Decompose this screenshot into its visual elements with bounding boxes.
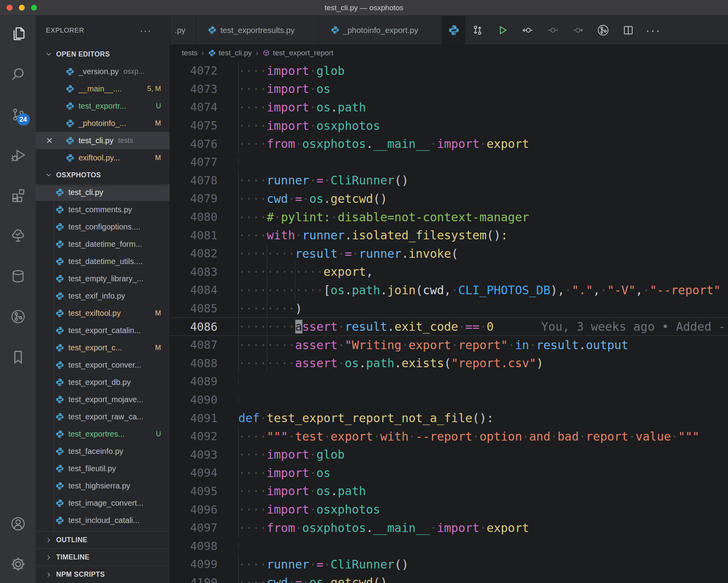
line-number[interactable]: 4074 (170, 100, 218, 114)
tree-file-item[interactable]: test_highsierra.py (36, 477, 170, 494)
code-line[interactable]: 4085········) (170, 299, 728, 318)
open-changes-button[interactable] (469, 22, 486, 39)
tree-file-item[interactable]: test_fileutil.py (36, 460, 170, 477)
open-editor-item[interactable]: exiftool.py...M (36, 149, 170, 166)
editor-tab[interactable]: .py (170, 16, 196, 44)
outline-section-header[interactable]: OUTLINE (36, 531, 170, 548)
line-number[interactable]: 4096 (170, 503, 218, 516)
line-number[interactable]: 4088 (170, 357, 218, 370)
code-line[interactable]: 4083············export, (170, 263, 728, 281)
python-language-tab[interactable] (442, 16, 466, 44)
project-section-header[interactable]: OSXPHOTOS (36, 166, 170, 184)
breadcrumb-item[interactable]: test_export_report (262, 49, 333, 57)
tree-file-item[interactable]: test_image_convert... (36, 494, 170, 512)
tree-file-item[interactable]: test_export_conver... (36, 356, 170, 373)
editor-tab[interactable]: _photoinfo_export.py (319, 16, 442, 44)
open-editor-item[interactable]: test_exportr...U (36, 97, 170, 115)
tree-file-item[interactable]: test_export_catalin... (36, 322, 170, 339)
code-line[interactable]: 4084············[os.path.join(cwd,·CLI_P… (170, 281, 728, 299)
line-number[interactable]: 4094 (170, 466, 218, 479)
line-number[interactable]: 4080 (170, 210, 218, 224)
timeline-section-header[interactable]: TIMELINE (36, 548, 170, 566)
code-line[interactable]: 4077 (170, 153, 728, 171)
tree-file-item[interactable]: test_datetime_utils.... (36, 253, 170, 270)
line-number[interactable]: 4083 (170, 265, 218, 279)
line-number[interactable]: 4081 (170, 229, 218, 242)
activity-run-debug-button[interactable] (9, 146, 27, 164)
accounts-button[interactable] (9, 514, 27, 533)
line-number[interactable]: 4099 (170, 557, 218, 571)
split-editor-button[interactable] (620, 22, 637, 39)
line-number[interactable]: 4073 (170, 82, 218, 96)
code-line[interactable]: 4098 (170, 537, 728, 555)
code-line[interactable]: 4080····#·pylint:·disable=not-context-ma… (170, 208, 728, 226)
tree-file-item[interactable]: test_empty_library_... (36, 270, 170, 287)
line-number[interactable]: 4090 (170, 393, 218, 406)
code-line[interactable]: 4090 (170, 391, 728, 409)
manage-button[interactable] (9, 555, 27, 574)
code-line[interactable]: 4082········result·=·runner.invoke( (170, 244, 728, 263)
line-number[interactable]: 4085 (170, 302, 218, 315)
code-line[interactable]: 4081····with·runner.isolated_filesystem(… (170, 226, 728, 244)
tree-file-item[interactable]: test_exiftool.pyM (36, 304, 170, 322)
code-line[interactable]: 4092····"""·test·export·with·--report·op… (170, 427, 728, 446)
activity-database-button[interactable] (9, 267, 27, 286)
code-line[interactable]: 4089 (170, 372, 728, 391)
tree-file-item[interactable]: test_incloud_catali... (36, 512, 170, 529)
open-editors-section-header[interactable]: OPEN EDITORS (36, 46, 170, 63)
line-number[interactable]: 4087 (170, 338, 218, 352)
code-line[interactable]: 4088········assert·os.path.exists("repor… (170, 354, 728, 373)
line-number[interactable]: 4086 (170, 320, 218, 333)
code-line[interactable]: 4072····import·glob (170, 62, 728, 80)
code-line[interactable]: 4075····import·osxphotos (170, 117, 728, 135)
next-change-button[interactable] (569, 22, 587, 39)
open-editor-item[interactable]: _photoinfo_...M (36, 115, 170, 132)
code-line[interactable]: 4079····cwd·=·os.getcwd() (170, 189, 728, 208)
activity-testing-button[interactable] (9, 226, 27, 245)
line-number[interactable]: 4078 (170, 174, 218, 187)
run-python-file-button[interactable] (494, 22, 511, 39)
tree-file-item[interactable]: test_configoptions.... (36, 218, 170, 235)
tree-file-item[interactable]: test_export_c...M (36, 339, 170, 356)
tree-file-item[interactable]: test_exportres...U (36, 425, 170, 443)
activity-search-button[interactable] (9, 65, 27, 84)
line-number[interactable]: 4072 (170, 64, 218, 77)
line-number[interactable]: 4092 (170, 430, 218, 443)
line-number[interactable]: 4098 (170, 539, 218, 553)
line-number[interactable]: 4079 (170, 192, 218, 205)
tree-file-item[interactable]: test_export_mojave... (36, 391, 170, 408)
breadcrumb-item[interactable]: tests (182, 49, 198, 57)
npm-scripts-section-header[interactable]: NPM SCRIPTS (36, 566, 170, 583)
activity-explorer-button[interactable] (9, 24, 27, 43)
activity-source-control-button[interactable]: 24 (9, 105, 27, 124)
previous-change-button[interactable] (519, 22, 536, 39)
close-icon[interactable] (44, 135, 55, 146)
explorer-more-actions-button[interactable]: ··· (140, 25, 152, 36)
code-line[interactable]: 4087········assert·"Writing·export·repor… (170, 336, 728, 354)
line-number[interactable]: 4077 (170, 155, 218, 169)
activity-extensions-button[interactable] (9, 186, 27, 205)
code-editor[interactable]: 4072····import·glob4073····import·os4074… (170, 61, 728, 583)
open-editor-item[interactable]: test_cli.pytests (36, 132, 170, 149)
code-line[interactable]: 4074····import·os.path (170, 98, 728, 117)
line-number[interactable]: 4093 (170, 448, 218, 461)
code-line[interactable]: 4086········assert·result.exit_code·==·0… (170, 317, 728, 336)
tree-file-item[interactable]: test_export_raw_ca... (36, 408, 170, 425)
code-line[interactable]: 4099····runner·=·CliRunner() (170, 555, 728, 574)
open-editor-item[interactable]: __main__....5, M (36, 80, 170, 97)
code-line[interactable]: 4096····import·osxphotos (170, 500, 728, 519)
activity-bookmarks-button[interactable] (9, 348, 27, 366)
code-line[interactable]: 4073····import·os (170, 80, 728, 98)
tree-file-item[interactable]: test_cli.py (36, 184, 170, 201)
tree-file-item[interactable]: test_datetime_form... (36, 235, 170, 253)
line-number[interactable]: 4100 (170, 576, 218, 583)
code-line[interactable]: 4093····import·glob (170, 445, 728, 464)
breadcrumb-item[interactable]: test_cli.py (208, 49, 252, 57)
tree-file-item[interactable]: test_exif_info.py (36, 287, 170, 304)
code-line[interactable]: 4097····from·osxphotos.__main__·import·e… (170, 519, 728, 537)
line-number[interactable]: 4095 (170, 485, 218, 498)
tree-file-item[interactable]: test_faceinfo.py (36, 443, 170, 460)
tree-file-item[interactable]: test_comments.py (36, 201, 170, 218)
code-line[interactable]: 4076····from·osxphotos.__main__·import·e… (170, 135, 728, 153)
more-actions-button[interactable]: ··· (645, 22, 662, 39)
